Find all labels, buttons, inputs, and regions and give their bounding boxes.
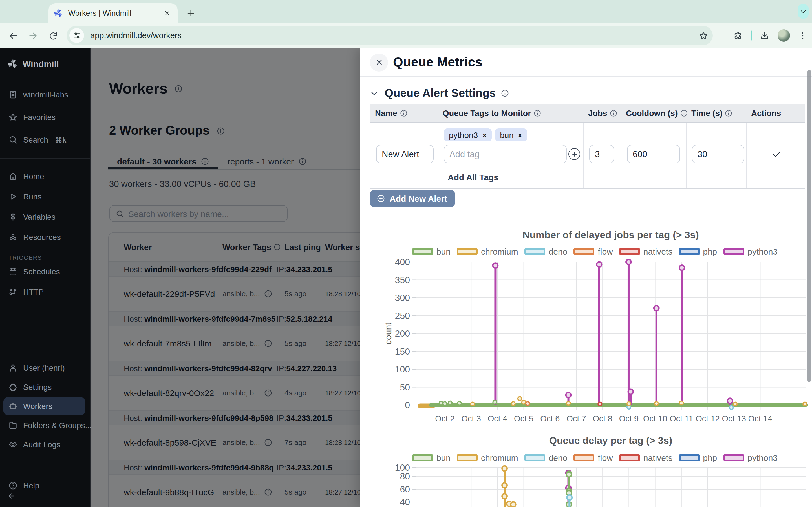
browser-tab-strip: Workers | Windmill	[0, 0, 812, 22]
sidebar-item-resources[interactable]: Resources	[3, 228, 85, 246]
legend-bun[interactable]: bun	[412, 453, 451, 462]
sidebar-item-settings[interactable]: Settings	[3, 378, 85, 396]
site-settings-icon[interactable]	[69, 28, 84, 43]
jobs-input[interactable]: 3	[589, 145, 614, 163]
new-tab-plus-icon[interactable]	[183, 6, 198, 20]
dollar-icon	[8, 212, 17, 221]
legend-flow[interactable]: flow	[573, 453, 613, 462]
browser-tab[interactable]: Workers | Windmill	[49, 3, 177, 22]
user-icon	[8, 363, 17, 372]
info-icon[interactable]	[610, 109, 617, 117]
sidebar-item-folders[interactable]: Folders & Groups...	[3, 416, 85, 434]
add-all-tags-button[interactable]: Add All Tags	[448, 172, 499, 182]
chart2-legend: bunchromiumdenoflownativetsphppython3	[400, 453, 790, 462]
legend-bun[interactable]: bun	[412, 247, 451, 256]
extensions-puzzle-icon[interactable]	[733, 31, 743, 40]
search-shortcut: ⌘k	[55, 135, 66, 144]
legend-swatch	[679, 454, 700, 461]
reload-icon[interactable]	[45, 27, 61, 43]
add-tag-plus-button[interactable]	[568, 148, 580, 160]
info-icon[interactable]	[725, 109, 733, 117]
remove-tag-icon[interactable]: x	[483, 131, 486, 139]
sidebar-item-home[interactable]: Home	[3, 167, 85, 185]
alert-tags-cell: python3xbunx Add tag Add All Tags	[438, 123, 583, 188]
drawer-scrollbar-thumb[interactable]	[808, 70, 811, 382]
url-bar[interactable]: app.windmill.dev/workers	[66, 26, 713, 45]
tag-pill-bun[interactable]: bunx	[495, 128, 527, 142]
tab-close-icon[interactable]	[162, 8, 172, 18]
legend-nativets[interactable]: nativets	[619, 453, 672, 462]
sidebar-item-workers[interactable]: Workers	[3, 397, 85, 415]
tag-pill-python3[interactable]: python3x	[444, 128, 492, 142]
bookmark-star-icon[interactable]	[699, 31, 708, 40]
legend-swatch	[723, 248, 744, 255]
legend-deno[interactable]: deno	[524, 247, 567, 256]
info-icon[interactable]	[400, 109, 407, 117]
alert-col-jobs: Jobs	[583, 104, 621, 122]
sidebar-item-runs[interactable]: Runs	[3, 187, 85, 206]
svg-text:Oct 6: Oct 6	[540, 414, 560, 423]
legend-label: chromium	[481, 247, 518, 256]
legend-label: python3	[748, 453, 777, 462]
legend-php[interactable]: php	[679, 453, 717, 462]
sidebar-item-workspace[interactable]: windmill-labs	[3, 86, 85, 104]
add-tag-input[interactable]: Add tag	[444, 145, 567, 163]
sidebar-item-audit[interactable]: Audit Logs	[3, 436, 85, 453]
download-icon[interactable]	[760, 31, 770, 41]
svg-text:Oct 4: Oct 4	[488, 414, 507, 423]
legend-flow[interactable]: flow	[573, 247, 613, 256]
legend-chromium[interactable]: chromium	[457, 453, 518, 462]
avatar[interactable]	[777, 29, 790, 42]
sidebar-item-favorites[interactable]: Favorites	[3, 108, 85, 126]
legend-php[interactable]: php	[679, 247, 717, 256]
svg-text:150: 150	[395, 346, 410, 356]
legend-nativets[interactable]: nativets	[619, 247, 672, 256]
alert-cooldown-cell: 600	[621, 123, 687, 188]
legend-swatch	[457, 454, 477, 461]
legend-label: bun	[437, 453, 451, 462]
home-icon	[8, 172, 17, 181]
legend-swatch	[619, 454, 640, 461]
folder-icon	[8, 421, 17, 430]
sidebar-logo[interactable]: Windmill	[7, 59, 59, 69]
remove-tag-icon[interactable]: x	[518, 131, 522, 139]
collapse-chevron-icon[interactable]	[798, 4, 809, 18]
play-icon	[8, 192, 17, 201]
sidebar-item-label: Folders & Groups...	[23, 421, 92, 430]
legend-python3[interactable]: python3	[723, 453, 777, 462]
svg-text:40: 40	[400, 497, 410, 507]
info-icon[interactable]	[680, 109, 687, 117]
info-icon[interactable]	[534, 109, 541, 117]
legend-swatch	[457, 248, 477, 255]
alert-name-input[interactable]: New Alert	[376, 145, 434, 163]
time-input[interactable]: 30	[692, 145, 744, 163]
sidebar-item-search[interactable]: Search⌘k	[3, 131, 85, 149]
menu-dots-icon[interactable]	[798, 31, 808, 40]
info-icon[interactable]	[501, 89, 509, 98]
sidebar-item-variables[interactable]: Variables	[3, 208, 85, 226]
svg-text:Oct 11: Oct 11	[670, 414, 693, 423]
sidebar-item-user[interactable]: User (henri)	[3, 359, 85, 377]
queue-alert-settings-header[interactable]: Queue Alert Settings	[370, 87, 509, 100]
confirm-check-icon[interactable]	[772, 150, 781, 159]
svg-text:300: 300	[395, 293, 410, 303]
back-icon[interactable]	[5, 27, 21, 43]
chart2-title: Queue delay per tag (> 3s)	[416, 435, 806, 447]
legend-chromium[interactable]: chromium	[457, 247, 518, 256]
forward-icon[interactable]	[25, 27, 41, 43]
sidebar-item-http[interactable]: HTTP	[3, 283, 85, 301]
cooldown-input[interactable]: 600	[627, 145, 680, 163]
svg-text:80: 80	[400, 471, 410, 482]
legend-swatch	[524, 248, 545, 255]
sidebar-collapse-arrow-icon[interactable]	[7, 492, 16, 500]
legend-swatch	[524, 454, 545, 461]
close-icon[interactable]	[370, 53, 388, 71]
sidebar-item-schedules[interactable]: Schedules	[3, 263, 85, 281]
add-new-alert-label: Add New Alert	[390, 194, 447, 203]
alert-name-cell: New Alert	[370, 123, 438, 188]
legend-deno[interactable]: deno	[524, 453, 567, 462]
tag-label: python3	[449, 130, 478, 139]
sidebar-item-label: Resources	[23, 233, 61, 242]
add-new-alert-button[interactable]: Add New Alert	[370, 190, 455, 207]
legend-python3[interactable]: python3	[723, 247, 777, 256]
